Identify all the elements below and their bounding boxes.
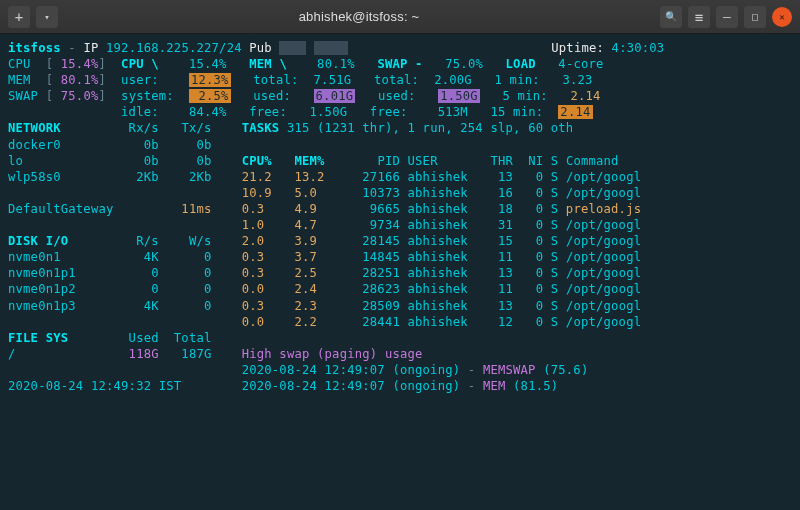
new-tab-button[interactable]: [8, 6, 30, 28]
minimize-button[interactable]: [716, 6, 738, 28]
terminal-line: / 118G 187G High swap (paging) usage: [8, 346, 792, 362]
terminal-line: itsfoss - IP 192.168.225.227/24 Pub Upti…: [8, 40, 792, 56]
terminal-line: MEM [ 80.1%] user: 12.3% total: 7.51G to…: [8, 72, 792, 88]
terminal-line: lo 0b 0b CPU% MEM% PID USER THR NI S Com…: [8, 153, 792, 169]
terminal-line: FILE SYS Used Total: [8, 330, 792, 346]
terminal-line: 2020-08-24 12:49:32 IST 2020-08-24 12:49…: [8, 378, 792, 394]
terminal-line: DISK I/O R/s W/s 2.0 3.9 28145 abhishek …: [8, 233, 792, 249]
terminal-line: 0.0 2.2 28441 abhishek 12 0 S /opt/googl: [8, 314, 792, 330]
terminal-line: DefaultGateway 11ms 0.3 4.9 9665 abhishe…: [8, 201, 792, 217]
tab-dropdown-button[interactable]: [36, 6, 58, 28]
terminal-line: 2020-08-24 12:49:07 (ongoing) - MEMSWAP …: [8, 362, 792, 378]
terminal-line: SWAP [ 75.0%] system: 2.5% used: 6.01G u…: [8, 88, 792, 104]
terminal-line: nvme0n1 4K 0 0.3 3.7 14845 abhishek 11 0…: [8, 249, 792, 265]
window-title: abhishek@itsfoss: ~: [58, 9, 660, 24]
terminal-line: nvme0n1p2 0 0 0.0 2.4 28623 abhishek 11 …: [8, 281, 792, 297]
window-titlebar: abhishek@itsfoss: ~: [0, 0, 800, 34]
terminal-line: 10.9 5.0 10373 abhishek 16 0 S /opt/goog…: [8, 185, 792, 201]
terminal-line: idle: 84.4% free: 1.50G free: 513M 15 mi…: [8, 104, 792, 120]
terminal-line: NETWORK Rx/s Tx/s TASKS 315 (1231 thr), …: [8, 120, 792, 136]
restore-button[interactable]: [744, 6, 766, 28]
terminal-area[interactable]: itsfoss - IP 192.168.225.227/24 Pub Upti…: [0, 34, 800, 510]
terminal-line: nvme0n1p1 0 0 0.3 2.5 28251 abhishek 13 …: [8, 265, 792, 281]
search-button[interactable]: [660, 6, 682, 28]
menu-button[interactable]: [688, 6, 710, 28]
terminal-line: docker0 0b 0b: [8, 137, 792, 153]
terminal-line: nvme0n1p3 4K 0 0.3 2.3 28509 abhishek 13…: [8, 298, 792, 314]
terminal-line: wlp58s0 2Kb 2Kb 21.2 13.2 27166 abhishek…: [8, 169, 792, 185]
terminal-line: CPU [ 15.4%] CPU \ 15.4% MEM \ 80.1% SWA…: [8, 56, 792, 72]
terminal-line: 1.0 4.7 9734 abhishek 31 0 S /opt/googl: [8, 217, 792, 233]
close-button[interactable]: [772, 7, 792, 27]
